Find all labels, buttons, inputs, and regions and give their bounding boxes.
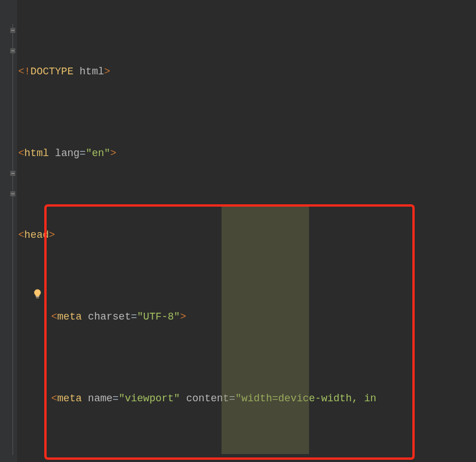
tag-html: html (24, 148, 49, 159)
code-line[interactable]: <head> (17, 225, 476, 245)
tag-meta: meta (57, 393, 82, 404)
code-line[interactable]: <meta charset="UTF-8"> (17, 306, 476, 327)
code-line[interactable]: <html lang="en"> (17, 143, 476, 163)
code-line[interactable]: <meta name="viewport" content="width=dev… (17, 388, 476, 409)
code-line[interactable]: <!DOCTYPE html> (17, 61, 476, 82)
lightbulb-icon[interactable] (32, 287, 43, 301)
tag-head: head (24, 229, 49, 241)
val-viewport-content: width=device-width, in (241, 393, 377, 404)
val-viewport: viewport (125, 393, 174, 404)
val-lang: en (92, 148, 105, 159)
code-area[interactable]: <!DOCTYPE html> <html lang="en"> <head> … (0, 0, 476, 462)
attr-charset: charset (88, 311, 131, 322)
attr-name: name (88, 393, 112, 404)
code-editor[interactable]: <!DOCTYPE html> <html lang="en"> <head> … (0, 0, 476, 462)
svg-rect-0 (36, 296, 39, 297)
val-charset: UTF-8 (143, 311, 174, 322)
attr-content: content (186, 393, 229, 404)
tag-meta: meta (57, 311, 82, 322)
attr-lang: lang (55, 148, 80, 159)
